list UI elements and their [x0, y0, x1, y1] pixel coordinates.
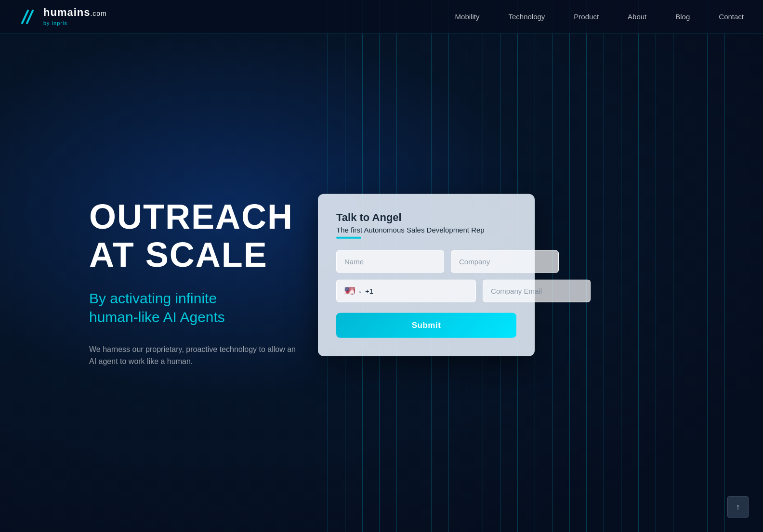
- country-flag: 🇺🇸: [344, 285, 355, 296]
- company-input[interactable]: [451, 250, 559, 272]
- form-subtitle: The first Autonomous Sales Development R…: [336, 225, 516, 234]
- hero-subtitle: By activating infinite human-like AI Age…: [89, 289, 299, 326]
- nav-link-mobility[interactable]: Mobility: [455, 13, 480, 21]
- navbar: humains.com by inpris Mobility Technolog…: [0, 0, 763, 34]
- email-input[interactable]: [483, 279, 591, 302]
- form-row-2: 🇺🇸 ⌄ +1: [336, 279, 516, 302]
- nav-link-technology[interactable]: Technology: [508, 13, 545, 21]
- country-code: +1: [365, 286, 373, 295]
- nav-link-contact[interactable]: Contact: [719, 13, 744, 21]
- main-content: OUTREACH AT SCALE By activating infinite…: [0, 34, 763, 532]
- logo-name: humains.com: [43, 7, 107, 18]
- hero-description: We harness our proprietary, proactive te…: [89, 343, 299, 368]
- phone-input-wrapper[interactable]: 🇺🇸 ⌄ +1: [336, 279, 476, 302]
- chevron-up-icon: ↑: [736, 502, 740, 512]
- nav-link-about[interactable]: About: [628, 13, 646, 21]
- scroll-up-button[interactable]: ↑: [727, 496, 749, 518]
- logo[interactable]: humains.com by inpris: [19, 7, 107, 27]
- submit-button[interactable]: Submit: [336, 312, 516, 337]
- nav-link-blog[interactable]: Blog: [675, 13, 690, 21]
- form-accent-line: [336, 236, 361, 238]
- chevron-down-icon[interactable]: ⌄: [358, 287, 362, 294]
- logo-text: humains.com by inpris: [43, 7, 107, 26]
- name-input[interactable]: [336, 250, 444, 272]
- logo-tagline: by inpris: [43, 19, 107, 26]
- form-title: Talk to Angel: [336, 211, 516, 223]
- nav-link-product[interactable]: Product: [574, 13, 599, 21]
- phone-input[interactable]: [376, 280, 468, 301]
- hero-section: OUTREACH AT SCALE By activating infinite…: [0, 198, 299, 368]
- form-row-1: [336, 250, 516, 272]
- hero-title: OUTREACH AT SCALE: [89, 198, 299, 274]
- nav-links: Mobility Technology Product About Blog C…: [455, 13, 744, 21]
- form-card: Talk to Angel The first Autonomous Sales…: [318, 194, 535, 356]
- logo-icon: [19, 7, 39, 27]
